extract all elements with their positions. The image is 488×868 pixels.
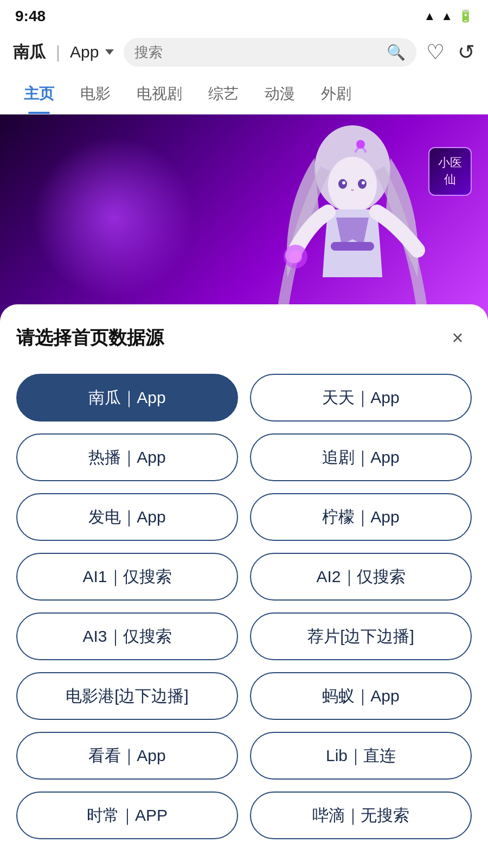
status-icons: ▲ ▲ 🔋 <box>423 9 473 23</box>
svg-point-4 <box>342 181 345 184</box>
source-btn-2[interactable]: 热播｜App <box>16 433 238 481</box>
source-btn-8[interactable]: AI3｜仅搜索 <box>16 612 238 660</box>
source-grid: 南瓜｜App天天｜App热播｜App追剧｜App发电｜App柠檬｜AppAI1｜… <box>16 374 472 839</box>
svg-rect-9 <box>331 242 374 251</box>
svg-point-8 <box>289 250 302 263</box>
source-btn-7[interactable]: AI2｜仅搜索 <box>250 553 472 601</box>
search-input[interactable] <box>134 44 381 61</box>
source-btn-4[interactable]: 发电｜App <box>16 493 238 541</box>
battery-icon: 🔋 <box>458 9 473 23</box>
source-btn-3[interactable]: 追剧｜App <box>250 433 472 481</box>
nav-tab-外剧[interactable]: 外剧 <box>308 74 364 114</box>
source-btn-11[interactable]: 蚂蚁｜App <box>250 672 472 720</box>
svg-point-1 <box>328 157 377 213</box>
svg-point-5 <box>362 181 365 184</box>
source-btn-5[interactable]: 柠檬｜App <box>250 493 472 541</box>
brand-sub: App <box>70 43 99 61</box>
source-btn-10[interactable]: 电影港[边下边播] <box>16 672 238 720</box>
svg-point-6 <box>356 140 365 149</box>
nav-tab-主页[interactable]: 主页 <box>11 74 67 114</box>
chevron-down-icon <box>105 49 114 55</box>
source-modal: 请选择首页数据源 × 南瓜｜App天天｜App热播｜App追剧｜App发电｜Ap… <box>0 304 488 868</box>
hero-glow <box>33 136 195 299</box>
history-button[interactable]: ↺ <box>458 40 475 64</box>
hero-badge-line2: 仙 <box>438 171 462 188</box>
close-button[interactable]: × <box>444 324 472 352</box>
source-btn-9[interactable]: 荐片[边下边播] <box>250 612 472 660</box>
brand-divider: ｜ <box>50 41 66 63</box>
hero-banner: 小医 仙 <box>0 114 488 321</box>
brand-name: 南瓜 <box>13 41 46 63</box>
search-icon: 🔍 <box>387 43 406 61</box>
hero-character <box>260 114 445 321</box>
header-actions: ♡ ↺ <box>426 40 475 64</box>
nav-tab-综艺[interactable]: 综艺 <box>195 74 252 114</box>
nav-tabs: 主页电影电视剧综艺动漫外剧 <box>0 74 488 114</box>
signal-icon: ▲ <box>423 9 435 23</box>
nav-tab-动漫[interactable]: 动漫 <box>252 74 308 114</box>
status-bar: 9:48 ▲ ▲ 🔋 <box>0 0 488 30</box>
wifi-icon: ▲ <box>441 9 453 23</box>
source-btn-12[interactable]: 看看｜App <box>16 732 238 780</box>
search-bar[interactable]: 🔍 <box>124 38 416 67</box>
status-time: 9:48 <box>15 8 46 25</box>
hero-badge-line1: 小医 <box>438 155 462 171</box>
header: 南瓜 ｜ App 🔍 ♡ ↺ <box>0 30 488 74</box>
favorite-button[interactable]: ♡ <box>426 40 445 64</box>
source-btn-15[interactable]: 哔滴｜无搜索 <box>250 792 472 839</box>
hero-badge: 小医 仙 <box>428 147 472 196</box>
source-btn-14[interactable]: 时常｜APP <box>16 792 238 839</box>
modal-title: 请选择首页数据源 <box>16 326 164 350</box>
nav-tab-电影[interactable]: 电影 <box>67 74 124 114</box>
nav-tab-电视剧[interactable]: 电视剧 <box>124 74 195 114</box>
source-btn-1[interactable]: 天天｜App <box>250 374 472 422</box>
source-btn-0[interactable]: 南瓜｜App <box>16 374 238 422</box>
modal-header: 请选择首页数据源 × <box>16 324 472 352</box>
source-btn-6[interactable]: AI1｜仅搜索 <box>16 553 238 601</box>
source-btn-13[interactable]: Lib｜直连 <box>250 732 472 780</box>
brand-selector[interactable]: 南瓜 ｜ App <box>13 41 114 63</box>
